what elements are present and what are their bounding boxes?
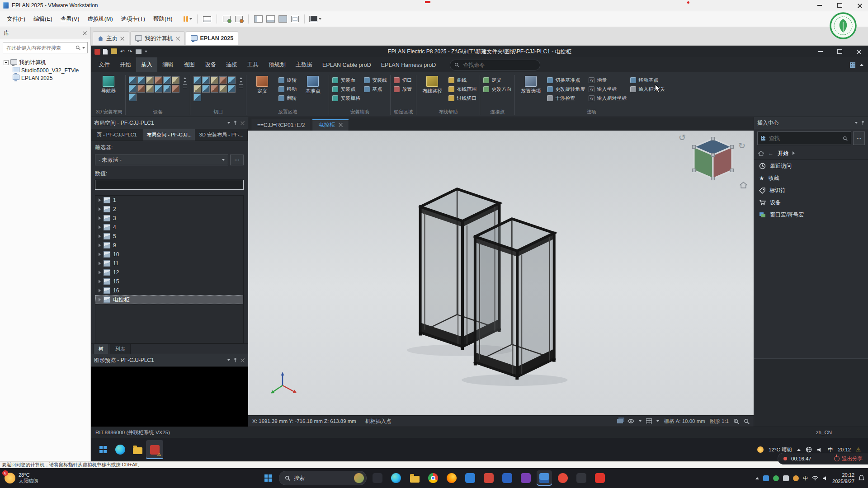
app-icon-scarlet[interactable] bbox=[592, 470, 608, 486]
guest-start-button[interactable] bbox=[94, 440, 112, 459]
mounting-grid-button[interactable]: 安装栅格 bbox=[332, 94, 360, 102]
ribbon-tab-cable-prod[interactable]: EPLAN Cable proD bbox=[317, 58, 376, 72]
tab-tree-view[interactable]: 树 bbox=[93, 344, 109, 354]
tree-item[interactable]: 2 bbox=[95, 205, 243, 214]
ribbon-tab-masterdata[interactable]: 主数据 bbox=[291, 57, 318, 72]
print-icon[interactable] bbox=[136, 49, 142, 54]
volume-icon[interactable] bbox=[817, 447, 823, 452]
cutout-icon[interactable] bbox=[228, 76, 236, 84]
guest-clock[interactable]: 20:12 bbox=[838, 447, 851, 452]
tree-item[interactable]: 5 bbox=[95, 232, 243, 241]
chevron-up-icon[interactable] bbox=[797, 449, 801, 451]
menu-file[interactable]: 文件(F) bbox=[3, 13, 29, 25]
tray-app-icon[interactable] bbox=[773, 475, 779, 481]
device-icon[interactable] bbox=[129, 94, 137, 101]
collapse-ribbon-icon[interactable] bbox=[860, 64, 863, 66]
tree-item[interactable]: 16 bbox=[95, 286, 243, 295]
flip-button[interactable]: 翻转 bbox=[278, 94, 297, 102]
wifi-icon[interactable] bbox=[812, 476, 818, 481]
close-tab-icon[interactable] bbox=[120, 37, 124, 41]
zoom-in-icon[interactable] bbox=[733, 418, 739, 424]
search-highlight-image[interactable] bbox=[354, 473, 364, 483]
ribbon-display-options-icon[interactable] bbox=[850, 62, 855, 68]
ctrl-alt-del-button[interactable] bbox=[202, 14, 212, 24]
device-icon[interactable] bbox=[172, 85, 179, 93]
cutout-icon[interactable] bbox=[211, 76, 218, 84]
scroll-up-icon[interactable] bbox=[240, 77, 242, 79]
more-icon[interactable] bbox=[183, 84, 187, 88]
visibility-icon[interactable] bbox=[627, 419, 634, 423]
suspend-button[interactable] bbox=[183, 14, 193, 24]
ribbon-tab-harness-prod[interactable]: EPLAN Harness proD bbox=[376, 58, 441, 72]
pin-icon[interactable] bbox=[233, 357, 237, 363]
chrome-icon[interactable] bbox=[425, 470, 441, 486]
panel-tab-pages[interactable]: 页 - PF-CJJ-PLC1 bbox=[91, 129, 143, 141]
take-snapshot-button[interactable] bbox=[222, 14, 231, 24]
ribbon-tab-view[interactable]: 视图 bbox=[179, 57, 200, 72]
device-icon[interactable] bbox=[163, 76, 171, 84]
insert-item-devices[interactable]: 设备 bbox=[754, 197, 868, 209]
panel-tab-layout-space[interactable]: 布局空间 - PF-CJJ... bbox=[143, 129, 196, 141]
tree-item[interactable]: 11 bbox=[95, 259, 243, 268]
menu-view[interactable]: 查看(V) bbox=[57, 13, 84, 25]
home-view-icon[interactable] bbox=[740, 182, 747, 190]
device-icon[interactable] bbox=[163, 85, 171, 93]
panel-close-icon[interactable] bbox=[241, 121, 245, 125]
notification-bell-icon[interactable] bbox=[859, 475, 864, 481]
fullscreen-toggle[interactable] bbox=[290, 14, 300, 24]
customize-qat-icon[interactable] bbox=[145, 51, 147, 52]
curve-button[interactable]: 曲线 bbox=[448, 76, 476, 84]
guest-ime-indicator[interactable]: 中 bbox=[828, 446, 833, 453]
network-globe-icon[interactable] bbox=[806, 446, 812, 453]
tree-item-selected[interactable]: 电控柜 bbox=[95, 295, 243, 304]
ribbon-tab-edit[interactable]: 编辑 bbox=[157, 57, 179, 72]
cutout-icon[interactable] bbox=[202, 85, 210, 93]
vmware-taskbar-icon[interactable] bbox=[537, 470, 552, 486]
chevron-up-icon[interactable] bbox=[755, 477, 759, 479]
panel-tab-3d-layout[interactable]: 3D 安装布局 - PF-... bbox=[195, 129, 248, 141]
ribbon-tab-device[interactable]: 设备 bbox=[200, 57, 221, 72]
navigator-button[interactable]: 导航器 bbox=[96, 74, 121, 94]
command-search-box[interactable] bbox=[450, 60, 540, 70]
dev-tool-icon[interactable] bbox=[574, 470, 589, 486]
tab-list-view[interactable]: 列表 bbox=[110, 344, 131, 354]
insert-item-identifiers[interactable]: 标识符 bbox=[754, 184, 868, 197]
guest-eplan-taskbar-icon[interactable] bbox=[146, 440, 163, 459]
music-app-icon[interactable] bbox=[555, 470, 571, 486]
tab-home[interactable]: 主页 bbox=[93, 31, 129, 45]
view-cube[interactable]: ↺ ↻ bbox=[690, 136, 736, 181]
edge-icon[interactable] bbox=[388, 470, 404, 486]
collapse-icon[interactable] bbox=[4, 60, 9, 65]
grid-toggle-icon[interactable] bbox=[646, 418, 652, 424]
panel-close-icon[interactable] bbox=[241, 358, 245, 362]
scroll-up-icon[interactable] bbox=[184, 77, 186, 79]
weather-icon[interactable] bbox=[757, 446, 764, 453]
tree-item[interactable]: 4 bbox=[95, 223, 243, 232]
new-page-icon[interactable] bbox=[103, 49, 108, 55]
device-icon[interactable] bbox=[155, 85, 162, 93]
mounting-point-button[interactable]: 安装点 bbox=[332, 85, 360, 93]
more-icon[interactable] bbox=[239, 84, 243, 88]
device-icon[interactable] bbox=[146, 85, 154, 93]
host-clock[interactable]: 20:12 2025/9/27 bbox=[832, 472, 854, 485]
close-document-icon[interactable] bbox=[339, 123, 343, 127]
insert-search-box[interactable] bbox=[757, 131, 851, 145]
menu-help[interactable]: 帮助(H) bbox=[149, 13, 176, 25]
show-thumbnail-toggle[interactable] bbox=[265, 14, 275, 24]
insert-more-button[interactable] bbox=[853, 131, 865, 145]
move-button[interactable]: 移动 bbox=[278, 85, 297, 93]
device-icon[interactable] bbox=[172, 76, 179, 84]
insert-item-macros[interactable]: 窗口宏/符号宏 bbox=[754, 209, 868, 221]
show-library-toggle[interactable] bbox=[253, 14, 263, 24]
tree-item[interactable]: 9 bbox=[95, 241, 243, 250]
wire-cutout-button[interactable]: 过线切口 bbox=[448, 94, 476, 102]
cutout-icon[interactable] bbox=[193, 76, 201, 84]
placement-options-button[interactable]: 放置选项 bbox=[518, 74, 543, 94]
insert-item-recent[interactable]: 最近访问 bbox=[754, 160, 868, 172]
lock-cutout-button[interactable]: 切口 bbox=[394, 76, 412, 84]
host-start-button[interactable] bbox=[260, 470, 276, 486]
3d-viewport[interactable]: ↺ ↻ bbox=[248, 131, 754, 415]
interference-check-button[interactable]: 干涉检查 bbox=[547, 94, 585, 102]
menu-tabs[interactable]: 选项卡(T) bbox=[117, 13, 149, 25]
command-search-input[interactable] bbox=[462, 61, 536, 69]
